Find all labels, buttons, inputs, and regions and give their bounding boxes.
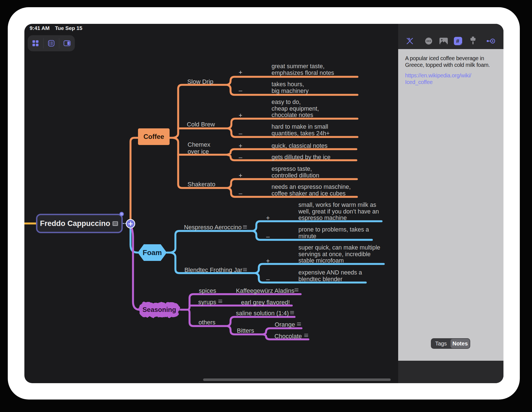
node-saline[interactable]: saline solution (1:4) (236, 310, 289, 317)
shakerato-cons[interactable]: needs an espresso maschine, coffee shake… (272, 184, 351, 197)
con-symbol: – (239, 130, 242, 137)
coffee-node[interactable]: Coffee (138, 128, 170, 145)
notes-panel: A popular iced coffee beverage in Greece… (398, 49, 503, 361)
chemex-pros[interactable]: quick, classical notes (272, 143, 328, 149)
slow-drip-pros[interactable]: great summer taste, emphasizes floral no… (272, 63, 334, 76)
note-icon[interactable] (218, 300, 222, 303)
svg-text:#: # (456, 38, 459, 44)
note-icon[interactable] (297, 322, 301, 325)
node-earl-grey[interactable]: earl grey flavored! (241, 299, 290, 306)
horizontal-scrollbar[interactable] (203, 378, 391, 381)
note-icon[interactable] (243, 268, 247, 271)
root-handle-dot[interactable] (119, 212, 124, 216)
chemex-cons[interactable]: gets dilluted by the ice (272, 154, 331, 161)
node-chemex[interactable]: Chemex over ice (188, 141, 210, 155)
pro-symbol: + (266, 214, 270, 222)
tags-notes-switcher: Tags Notes (431, 338, 470, 349)
con-symbol: – (239, 154, 242, 161)
con-symbol: – (239, 87, 242, 94)
con-symbol: – (266, 233, 270, 240)
slow-drip-cons[interactable]: takes hours, big machinery (272, 81, 309, 94)
node-chocolate[interactable]: Chocolate (274, 333, 302, 340)
link-node-icon[interactable] (486, 36, 496, 46)
more-icon[interactable] (425, 36, 433, 46)
note-icon[interactable] (295, 288, 298, 291)
node-others[interactable]: others (198, 319, 215, 326)
blendtec-pros[interactable]: super quick, can make multiple servings … (298, 245, 380, 264)
pro-symbol: + (266, 257, 270, 265)
blendtec-cons[interactable]: expensive AND needs a blendtec blender (298, 269, 362, 283)
note-text: A popular iced coffee beverage in Greece… (405, 55, 503, 68)
pro-symbol: + (239, 112, 242, 119)
node-orange[interactable]: Orange (275, 321, 295, 328)
node-bitters[interactable]: Bitters (237, 327, 254, 334)
connections-icon[interactable] (405, 36, 414, 46)
tags-notes-icon[interactable]: # (454, 36, 462, 46)
app-screen: 9:41 AM Tue Sep 15 100% (24, 24, 503, 383)
node-shakerato[interactable]: Shakerato (188, 181, 215, 188)
node-nespresso[interactable]: Nespresso Aeroccino (184, 224, 242, 231)
note-icon[interactable] (290, 311, 294, 314)
tab-tags[interactable]: Tags (431, 339, 451, 348)
note-icon[interactable] (243, 225, 247, 228)
nespresso-pros[interactable]: small, works for warm milk as well, grea… (298, 202, 379, 222)
inspector-sidebar: # A popular iced coffee beverage in Gree… (398, 24, 503, 383)
node-kaffeegewurz[interactable]: Kaffeegewürz Aladins (236, 287, 294, 294)
root-node-label: Freddo Cappuccino (40, 219, 110, 228)
cold-brew-pros[interactable]: easy to do, cheap equipment, chocolate n… (272, 99, 319, 119)
note-icon[interactable] (304, 334, 308, 337)
node-spices[interactable]: spices (199, 287, 216, 294)
foam-node[interactable]: Foam (138, 244, 167, 261)
tab-notes[interactable]: Notes (451, 339, 470, 348)
con-symbol: – (266, 276, 270, 283)
pro-symbol: + (239, 142, 242, 150)
root-note-icon[interactable] (112, 221, 118, 226)
style-brush-icon[interactable] (469, 36, 477, 46)
node-slow-drip[interactable]: Slow Drip (187, 78, 213, 85)
pro-symbol: + (239, 69, 242, 76)
cold-brew-cons[interactable]: hard to make in small quantities, takes … (272, 124, 330, 137)
con-symbol: – (239, 190, 242, 197)
add-child-button[interactable] (126, 219, 135, 228)
pro-symbol: + (239, 172, 242, 179)
shakerato-pros[interactable]: espresso taste, controlled dillution (272, 166, 319, 179)
note-link[interactable]: https://en.wikipedia.org/wiki/ Iced_coff… (405, 72, 471, 85)
image-icon[interactable] (439, 36, 448, 46)
seasoning-node[interactable]: Seasoning (138, 302, 181, 318)
device-frame: 9:41 AM Tue Sep 15 100% (8, 7, 520, 400)
node-blendtec[interactable]: Blendtec Frothing Jar (184, 266, 242, 273)
node-cold-brew[interactable]: Cold Brew (187, 121, 215, 128)
nespresso-cons[interactable]: prone to problems, takes a minute (298, 227, 369, 240)
node-syrups[interactable]: syrups (198, 299, 216, 306)
